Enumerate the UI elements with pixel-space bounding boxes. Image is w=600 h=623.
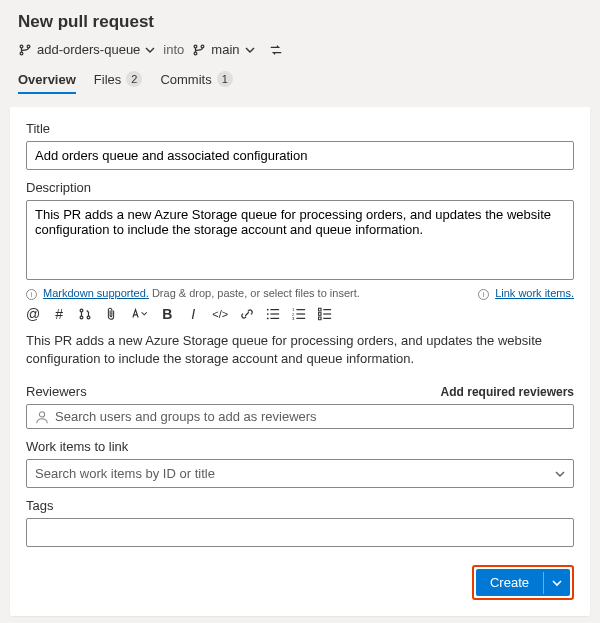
chevron-down-icon <box>555 469 565 479</box>
attachment-button[interactable] <box>104 307 118 321</box>
svg-point-27 <box>39 412 44 417</box>
tags-input[interactable] <box>26 518 574 547</box>
svg-rect-20 <box>297 318 306 319</box>
svg-point-0 <box>20 45 23 48</box>
svg-point-3 <box>194 45 197 48</box>
drag-hint: Drag & drop, paste, or select files to i… <box>152 287 360 299</box>
svg-point-2 <box>27 45 30 48</box>
svg-point-9 <box>267 309 269 311</box>
work-items-placeholder: Search work items by ID or title <box>35 466 215 481</box>
branch-icon <box>18 43 32 57</box>
create-button-highlight: Create <box>472 565 574 600</box>
tab-commits[interactable]: Commits 1 <box>160 65 232 93</box>
bold-button[interactable]: B <box>160 306 174 322</box>
title-input[interactable] <box>26 141 574 170</box>
checklist-button[interactable] <box>318 307 332 321</box>
add-required-reviewers-link[interactable]: Add required reviewers <box>441 385 574 399</box>
markdown-link[interactable]: Markdown supported. <box>43 287 149 299</box>
tab-overview[interactable]: Overview <box>18 65 76 93</box>
svg-text:3: 3 <box>292 316 295 321</box>
reviewers-input[interactable] <box>55 409 565 424</box>
chevron-down-icon <box>145 45 155 55</box>
svg-rect-23 <box>319 317 322 320</box>
tags-label: Tags <box>26 498 574 513</box>
description-label: Description <box>26 180 574 195</box>
tab-label: Overview <box>18 72 76 87</box>
reviewers-input-wrap[interactable] <box>26 404 574 429</box>
target-branch-name: main <box>211 42 239 57</box>
svg-rect-12 <box>271 309 280 310</box>
tab-files[interactable]: Files 2 <box>94 65 143 93</box>
svg-rect-18 <box>297 309 306 310</box>
text-style-button[interactable] <box>130 307 148 321</box>
person-icon <box>35 410 49 424</box>
bulleted-list-button[interactable] <box>266 307 280 321</box>
branch-icon <box>192 43 206 57</box>
create-button[interactable]: Create <box>476 569 570 596</box>
link-button[interactable] <box>240 307 254 321</box>
svg-point-1 <box>20 52 23 55</box>
tab-label: Commits <box>160 72 211 87</box>
description-preview: This PR adds a new Azure Storage queue f… <box>26 332 574 368</box>
title-label: Title <box>26 121 574 136</box>
svg-point-6 <box>80 309 83 312</box>
page-title: New pull request <box>18 12 582 32</box>
svg-point-5 <box>201 45 204 48</box>
chevron-down-icon <box>245 45 255 55</box>
markdown-toolbar: @ # B I </> 123 <box>26 306 574 322</box>
target-branch-selector[interactable]: main <box>192 42 254 57</box>
numbered-list-button[interactable]: 123 <box>292 307 306 321</box>
create-button-split[interactable] <box>543 572 570 594</box>
pr-form-card: Title Description i Markdown supported. … <box>10 107 590 616</box>
description-hints: i Markdown supported. Drag & drop, paste… <box>26 287 574 300</box>
source-branch-name: add-orders-queue <box>37 42 140 57</box>
info-icon: i <box>26 289 37 300</box>
tab-label: Files <box>94 72 121 87</box>
files-count-badge: 2 <box>126 71 142 87</box>
link-work-items-link[interactable]: Link work items. <box>495 287 574 299</box>
svg-rect-22 <box>319 313 322 316</box>
tabs: Overview Files 2 Commits 1 <box>0 65 600 93</box>
create-button-label: Create <box>476 569 543 596</box>
description-textarea[interactable] <box>26 200 574 280</box>
reviewers-label: Reviewers <box>26 384 87 399</box>
svg-point-8 <box>87 316 90 319</box>
pr-link-button[interactable] <box>78 307 92 321</box>
info-icon: i <box>478 289 489 300</box>
svg-rect-21 <box>319 308 322 311</box>
commits-count-badge: 1 <box>217 71 233 87</box>
swap-branches-icon[interactable] <box>269 43 283 57</box>
italic-button[interactable]: I <box>186 306 200 322</box>
svg-point-10 <box>267 313 269 315</box>
work-items-select[interactable]: Search work items by ID or title <box>26 459 574 488</box>
workitem-button[interactable]: # <box>52 306 66 322</box>
svg-point-7 <box>80 316 83 319</box>
into-label: into <box>163 42 184 57</box>
svg-point-11 <box>267 318 269 320</box>
svg-point-4 <box>194 52 197 55</box>
code-button[interactable]: </> <box>212 308 228 320</box>
work-items-label: Work items to link <box>26 439 574 454</box>
svg-rect-14 <box>271 318 280 319</box>
branch-selector-row: add-orders-queue into main <box>18 42 582 57</box>
svg-rect-13 <box>271 313 280 314</box>
svg-rect-19 <box>297 313 306 314</box>
mention-button[interactable]: @ <box>26 306 40 322</box>
source-branch-selector[interactable]: add-orders-queue <box>18 42 155 57</box>
